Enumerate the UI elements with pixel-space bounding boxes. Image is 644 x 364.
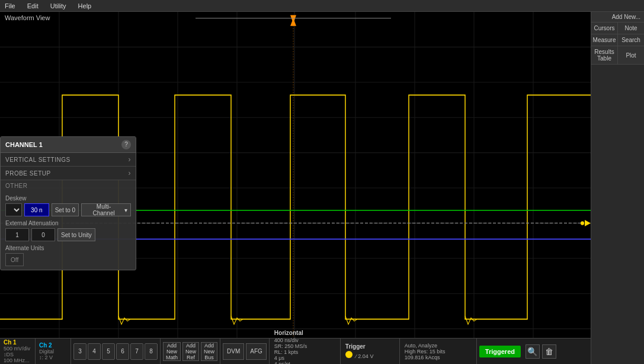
add-math-button[interactable]: Add New Math — [163, 342, 181, 361]
set-to-0-button[interactable]: Set to 0 — [52, 203, 79, 216]
add-bus-line2: New — [204, 349, 214, 355]
delete-button[interactable]: 🗑 — [542, 344, 556, 359]
ch1-sub1: 500 mV/div — [4, 346, 31, 352]
horizontal-title: Horizontal — [274, 330, 335, 336]
ext-atten-label: External Attenuation — [5, 220, 131, 226]
horizontal-pt: 4 ns/pt — [274, 361, 335, 364]
dvm-afg-buttons: DVM AFG — [220, 339, 270, 364]
probe-chevron-icon: › — [129, 169, 132, 177]
plot-button[interactable]: Plot — [618, 46, 644, 64]
ch2-status[interactable]: Ch 2 Digital ↕: 2 V — [36, 339, 71, 364]
waveform-area: Waveform View — [0, 12, 591, 364]
alt-units-row: Off — [5, 253, 131, 266]
trigger-section: Trigger ⁄ 2.04 V — [341, 339, 400, 364]
main-layout: Waveform View — [0, 12, 644, 364]
multi-channel-arrow-icon: ▾ — [124, 207, 127, 213]
horizontal-sr: SR: 250 MS/s — [274, 343, 335, 349]
sidebar-row1: Cursors Note — [591, 23, 644, 34]
other-content: Deskew A 30 n Set to 0 Multi- Channel ▾ … — [1, 191, 136, 270]
dvm-button[interactable]: DVM — [223, 343, 244, 360]
channel-panel-title: CHANNEL 1 — [5, 141, 43, 148]
acquisition-section: Auto, Analyze High Res: 15 bits 109.816 … — [400, 339, 477, 364]
waveform-title: Waveform View — [1, 13, 53, 23]
add-ref-line2: New — [185, 349, 196, 355]
measure-button[interactable]: Measure — [591, 34, 618, 46]
ch1-label: Ch 1 — [4, 339, 31, 346]
status-bar: Ch 1 500 mV/div ↕DS 100 MHz... Ch 2 Digi… — [0, 338, 591, 364]
ch8-tab[interactable]: 8 — [145, 343, 158, 360]
vertical-chevron-icon: › — [129, 155, 132, 164]
ch1-sub2: ↕DS — [4, 352, 31, 357]
deskew-row: A 30 n Set to 0 Multi- Channel ▾ — [5, 203, 131, 216]
trigger-indicator-icon — [345, 351, 353, 358]
ch7-tab[interactable]: 7 — [130, 343, 143, 360]
add-new-label: Add New... — [591, 12, 644, 23]
results-table-button[interactable]: ResultsTable — [591, 46, 618, 64]
ch5-tab[interactable]: 5 — [102, 343, 115, 360]
add-ref-line1: Add — [186, 343, 196, 349]
add-bus-line1: Add — [204, 343, 214, 349]
vertical-settings-header[interactable]: VERTICAL SETTINGS › — [1, 153, 136, 166]
channel-panel-header: CHANNEL 1 ? — [1, 137, 136, 153]
multi-channel-button[interactable]: Multi- Channel ▾ — [81, 203, 131, 216]
horizontal-section: Horizontal 400 ns/div SR: 250 MS/s RL: 1… — [270, 339, 341, 364]
probe-setup-header[interactable]: PROBE SETUP › — [1, 167, 136, 180]
sidebar-row3: ResultsTable Plot — [591, 46, 644, 65]
channel-help-button[interactable]: ? — [121, 140, 131, 149]
add-math-line2: New — [166, 349, 177, 355]
ch1-sub3: 100 MHz... — [4, 357, 31, 363]
triggered-button[interactable]: Triggered — [479, 346, 521, 357]
afg-button[interactable]: AFG — [246, 343, 267, 360]
cursors-button[interactable]: Cursors — [591, 23, 618, 34]
add-bus-line3: Bus — [204, 355, 214, 360]
zoom-section: 🔍 🗑 — [523, 339, 559, 364]
set-unity-button[interactable]: Set to Unity — [57, 228, 95, 241]
svg-point-27 — [581, 221, 584, 225]
ch2-label: Ch 2 — [39, 342, 67, 349]
ch2-sub2: ↕: 2 V — [39, 355, 67, 360]
menubar: File Edit Utility Help — [0, 0, 644, 12]
ext-atten-value1[interactable] — [5, 228, 29, 241]
channel-tabs: 3 4 5 6 7 8 — [71, 339, 161, 364]
acq-line3: 109.816 kAcqs — [405, 355, 472, 360]
sidebar-row2: Measure Search — [591, 34, 644, 46]
ext-atten-value2[interactable] — [31, 228, 55, 241]
acq-line1: Auto, Analyze — [405, 343, 472, 349]
search-button[interactable]: Search — [618, 34, 644, 46]
trigger-channel: ⁄ 2.04 V — [345, 351, 395, 359]
vertical-settings-section: VERTICAL SETTINGS › — [1, 153, 136, 167]
menu-utility[interactable]: Utility — [48, 2, 69, 9]
horizontal-timebase: 400 ns/div — [274, 337, 335, 343]
ch3-tab[interactable]: 3 — [73, 343, 86, 360]
ch6-tab[interactable]: 6 — [116, 343, 129, 360]
deskew-label: Deskew — [5, 195, 131, 202]
add-bus-button[interactable]: Add New Bus — [201, 342, 217, 361]
other-label: OTHER — [1, 180, 136, 191]
channel-panel: CHANNEL 1 ? VERTICAL SETTINGS › PROBE SE… — [0, 136, 136, 270]
add-ref-button[interactable]: Add New Ref — [182, 342, 199, 361]
deskew-value[interactable]: 30 n — [24, 203, 49, 216]
horizontal-rl: RL: 1 kpts — [274, 349, 335, 355]
right-sidebar: Add New... Cursors Note Measure Search R… — [591, 12, 644, 364]
ch2-sub1: Digital — [39, 349, 67, 355]
trigger-title: Trigger — [345, 343, 395, 350]
deskew-select[interactable]: A — [5, 203, 22, 216]
alt-units-label: Alternate Units — [5, 245, 131, 251]
ext-atten-row: Set to Unity — [5, 228, 131, 241]
ch4-tab[interactable]: 4 — [88, 343, 101, 360]
probe-setup-section: PROBE SETUP › — [1, 167, 136, 180]
menu-file[interactable]: File — [2, 2, 18, 9]
menu-help[interactable]: Help — [76, 2, 94, 9]
add-math-line3: Math — [166, 355, 178, 360]
acq-line2: High Res: 15 bits — [405, 349, 472, 355]
alt-units-toggle[interactable]: Off — [5, 253, 24, 266]
ch1-status[interactable]: Ch 1 500 mV/div ↕DS 100 MHz... — [0, 339, 36, 364]
zoom-button[interactable]: 🔍 — [526, 344, 540, 359]
vertical-settings-label: VERTICAL SETTINGS — [5, 157, 71, 163]
note-button[interactable]: Note — [618, 23, 644, 34]
add-ref-line3: Ref — [187, 355, 195, 360]
menu-edit[interactable]: Edit — [25, 2, 41, 9]
add-math-line1: Add — [167, 343, 177, 349]
probe-setup-label: PROBE SETUP — [5, 170, 51, 177]
add-buttons: Add New Math Add New Ref Add New Bus — [161, 339, 220, 364]
